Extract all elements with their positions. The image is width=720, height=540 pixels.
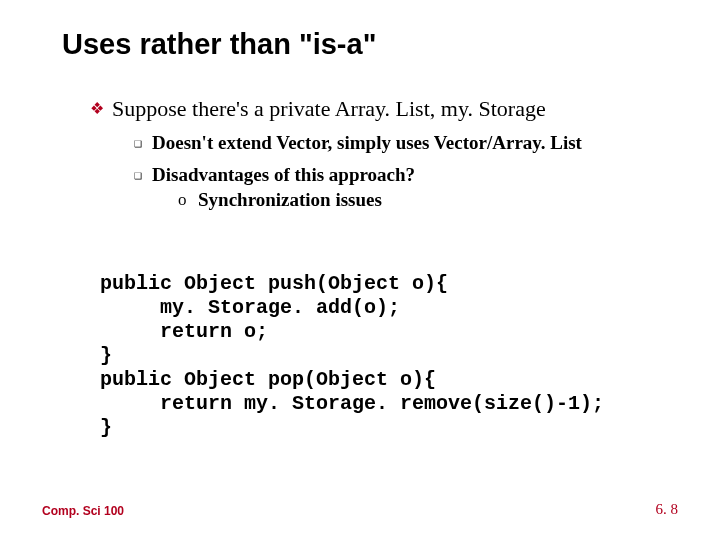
- content-body: ❖ Suppose there's a private Array. List,…: [90, 95, 680, 211]
- bullet-level1: ❖ Suppose there's a private Array. List,…: [90, 95, 680, 123]
- diamond-icon: ❖: [90, 95, 112, 123]
- code-block: public Object push(Object o){ my. Storag…: [100, 272, 604, 440]
- slide-title: Uses rather than "is-a": [62, 28, 376, 61]
- bullet-level3: o Synchronization issues: [178, 189, 680, 211]
- bullet-text: Doesn't extend Vector, simply uses Vecto…: [152, 131, 582, 155]
- square-icon: ❑: [134, 163, 152, 187]
- footer-course: Comp. Sci 100: [42, 504, 124, 518]
- bullet-text: Suppose there's a private Array. List, m…: [112, 95, 546, 123]
- circle-icon: o: [178, 189, 198, 211]
- bullet-text: Synchronization issues: [198, 189, 382, 211]
- bullet-text: Disadvantages of this approach?: [152, 163, 415, 187]
- bullet-level2: ❑ Disadvantages of this approach?: [134, 163, 680, 187]
- bullet-level2: ❑ Doesn't extend Vector, simply uses Vec…: [134, 131, 680, 155]
- slide: Uses rather than "is-a" ❖ Suppose there'…: [0, 0, 720, 540]
- footer-page-number: 6. 8: [656, 501, 679, 518]
- square-icon: ❑: [134, 131, 152, 155]
